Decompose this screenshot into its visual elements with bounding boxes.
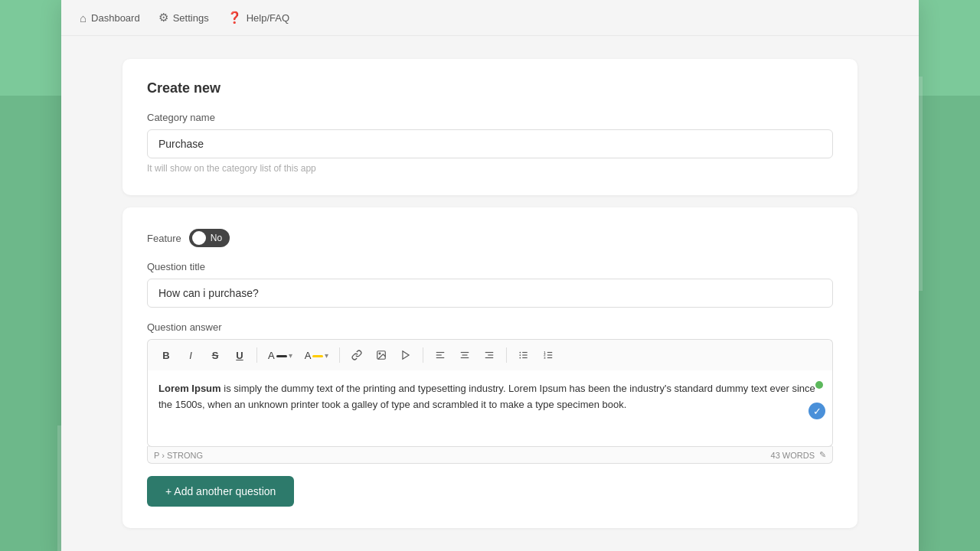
question-title-input[interactable] [147, 279, 833, 308]
font-color-button[interactable]: A ▾ [263, 347, 297, 364]
toggle-circle [192, 231, 206, 245]
category-name-input[interactable] [147, 129, 833, 158]
editor-normal-text: is simply the dummy text of the printing… [158, 383, 815, 410]
main-container: ⌂ Dashboard ⚙ Settings ❓ Help/FAQ Create… [61, 0, 919, 551]
svg-marker-2 [403, 351, 409, 360]
settings-label: Settings [173, 12, 209, 24]
dashboard-label: Dashboard [91, 12, 140, 24]
feature-label: Feature [147, 233, 181, 244]
align-right-button[interactable] [479, 344, 500, 366]
nav-dashboard[interactable]: ⌂ Dashboard [80, 11, 140, 24]
feature-row: Feature No [147, 229, 833, 247]
numbered-list-button[interactable]: 1 2 3 [537, 344, 559, 366]
toolbar-sep-3 [423, 347, 423, 363]
green-dot-indicator [815, 381, 823, 389]
feature-toggle[interactable]: No [189, 229, 230, 247]
nav-help[interactable]: ❓ Help/FAQ [227, 11, 289, 24]
highlight-icon: A [305, 350, 312, 361]
help-icon: ❓ [227, 11, 242, 24]
svg-text:3: 3 [544, 356, 547, 360]
link-button[interactable] [346, 344, 368, 366]
category-name-label: Category name [147, 112, 833, 123]
help-label: Help/FAQ [247, 12, 289, 24]
video-button[interactable] [395, 344, 416, 366]
underline-button[interactable]: U [229, 344, 250, 366]
editor-area[interactable]: Lorem Ipsum is simply the dummy text of … [147, 370, 833, 447]
gear-icon: ⚙ [158, 11, 168, 24]
font-color-icon: A [268, 350, 275, 361]
font-color-indicator [276, 355, 287, 357]
align-center-button[interactable] [454, 344, 475, 366]
editor-footer: P › STRONG 43 WORDS ✎ [147, 446, 833, 464]
nav-bar: ⌂ Dashboard ⚙ Settings ❓ Help/FAQ [61, 0, 919, 36]
add-question-button[interactable]: + Add another question [147, 476, 294, 507]
editor-toolbar: B I S U A ▾ A ▾ [147, 339, 833, 370]
editor-wrapper: Lorem Ipsum is simply the dummy text of … [147, 370, 833, 447]
align-left-button[interactable] [430, 344, 451, 366]
editor-content: Lorem Ipsum is simply the dummy text of … [158, 381, 822, 413]
svg-point-15 [520, 352, 521, 354]
bold-button[interactable]: B [155, 344, 177, 366]
svg-point-16 [520, 354, 521, 356]
svg-point-1 [379, 353, 381, 354]
home-icon: ⌂ [80, 11, 87, 24]
toolbar-sep-2 [339, 347, 340, 363]
content-area: Create new Category name It will show on… [61, 36, 919, 551]
question-title-label: Question title [147, 261, 833, 272]
question-answer-label: Question answer [147, 321, 833, 333]
highlight-chevron: ▾ [325, 351, 328, 360]
toolbar-sep-1 [256, 347, 257, 363]
editor-path: P › STRONG [154, 451, 203, 460]
highlight-color-indicator [312, 355, 323, 357]
font-color-chevron: ▾ [289, 351, 292, 360]
question-card: Feature No Question title Question answe… [122, 207, 858, 528]
image-button[interactable] [371, 344, 392, 366]
word-count: 43 WORDS [771, 451, 815, 460]
nav-settings[interactable]: ⚙ Settings [158, 11, 209, 24]
toggle-text: No [211, 233, 222, 243]
bullet-list-button[interactable] [513, 344, 534, 366]
italic-button[interactable]: I [180, 344, 201, 366]
strikethrough-button[interactable]: S [204, 344, 226, 366]
toolbar-sep-4 [506, 347, 507, 363]
editor-bold-text: Lorem Ipsum [158, 383, 221, 394]
highlight-button[interactable]: A ▾ [300, 347, 334, 364]
blue-check-button[interactable]: ✓ [808, 403, 825, 419]
card-title: Create new [147, 80, 833, 96]
edit-icon[interactable]: ✎ [819, 450, 826, 460]
category-card: Create new Category name It will show on… [122, 59, 858, 195]
category-hint: It will show on the category list of thi… [147, 163, 833, 174]
svg-point-17 [520, 357, 521, 359]
